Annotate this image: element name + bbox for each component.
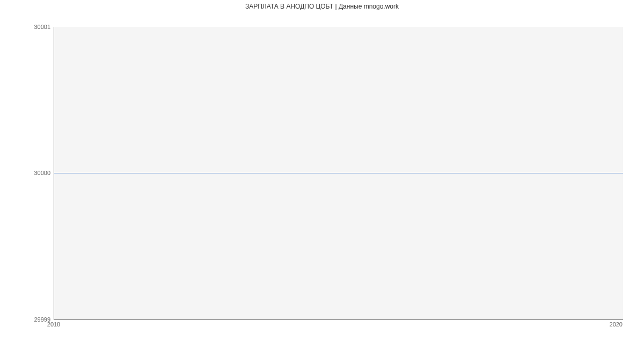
y-tick-label: 29999 — [8, 316, 50, 323]
chart-title: ЗАРПЛАТА В АНОДПО ЦОБТ | Данные mnogo.wo… — [0, 3, 644, 10]
y-tick-label: 30001 — [8, 24, 50, 30]
chart-container: ЗАРПЛАТА В АНОДПО ЦОБТ | Данные mnogo.wo… — [0, 0, 644, 349]
y-tick-label: 30000 — [8, 170, 50, 176]
plot-area — [54, 27, 623, 320]
data-line — [54, 173, 623, 173]
x-tick-label: 2020 — [610, 321, 623, 328]
x-tick-label: 2018 — [47, 321, 60, 328]
